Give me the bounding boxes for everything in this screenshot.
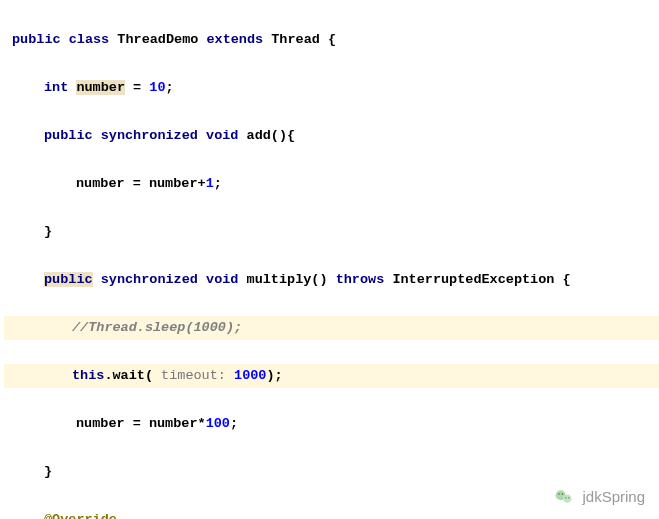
code-line: this.wait( timeout: 1000); [4,364,659,388]
number-literal: 1 [206,176,214,191]
code-line: //Thread.sleep(1000); [4,316,659,340]
method-name: multiply [247,272,312,287]
super-class: Thread [271,32,328,47]
code-line: public class ThreadDemo extends Thread { [8,28,659,52]
code-editor: public class ThreadDemo extends Thread {… [0,0,659,519]
keyword-public: public [44,272,93,287]
code-line: } [8,220,659,244]
code-line: int number = 10; [8,76,659,100]
keyword-this: this [72,368,104,383]
code-line: number = number*100; [8,412,659,436]
svg-point-4 [566,497,567,498]
annotation: @Override [44,512,117,519]
number-literal: 1000 [234,368,266,383]
svg-point-1 [564,495,572,503]
keyword-extends: extends [206,32,271,47]
svg-point-2 [559,493,561,495]
code-line: public synchronized void add(){ [8,124,659,148]
code-line: number = number+1; [8,172,659,196]
keyword-class: class [61,32,118,47]
svg-point-5 [569,497,570,498]
comment: //Thread.sleep(1000); [72,320,242,335]
class-name: ThreadDemo [117,32,206,47]
watermark-text: jdkSpring [582,485,645,509]
keyword-public: public [44,128,93,143]
code-line: } [8,460,659,484]
svg-point-3 [562,493,564,495]
code-line: public synchronized void multiply() thro… [8,268,659,292]
field-name: number [76,80,125,95]
keyword-throws: throws [336,272,393,287]
code-line: @Override [8,508,659,519]
watermark: jdkSpring [554,485,645,509]
wechat-icon [554,487,574,507]
keyword-public: public [12,32,61,47]
inlay-hint: timeout: [153,368,234,383]
number-literal: 100 [206,416,230,431]
method-name: add [247,128,271,143]
number-literal: 10 [149,80,165,95]
keyword-int: int [44,80,76,95]
